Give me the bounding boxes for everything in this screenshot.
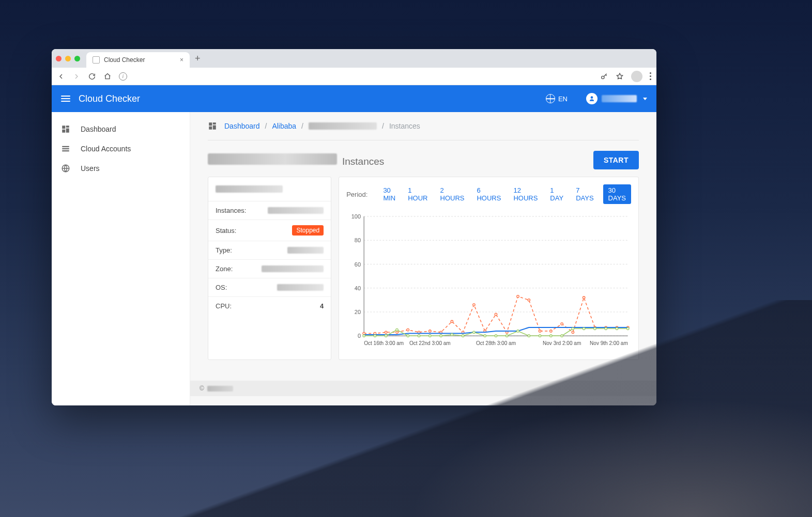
reload-icon[interactable] xyxy=(88,72,96,81)
svg-point-90 xyxy=(473,331,475,333)
breadcrumb-link-alibaba[interactable]: Alibaba xyxy=(272,122,296,130)
title-bar: Instances START xyxy=(208,151,639,169)
new-tab-button[interactable]: + xyxy=(195,53,201,64)
svg-rect-10 xyxy=(213,122,216,124)
tab-close-icon[interactable]: × xyxy=(180,56,183,64)
svg-point-86 xyxy=(429,335,431,337)
svg-text:Oct 22nd 3:00 am: Oct 22nd 3:00 am xyxy=(409,340,451,346)
minimize-window-icon[interactable] xyxy=(65,56,71,61)
sidebar-item-dashboard[interactable]: Dashboard xyxy=(52,119,190,139)
period-option-30min[interactable]: 30 MIN xyxy=(380,184,399,204)
language-selector[interactable]: EN xyxy=(546,94,568,103)
hamburger-icon[interactable] xyxy=(61,96,70,102)
svg-point-94 xyxy=(517,330,519,332)
info-value-redacted xyxy=(268,207,324,214)
svg-point-85 xyxy=(418,335,420,337)
language-label: EN xyxy=(558,95,568,103)
copyright-symbol: © xyxy=(200,385,204,392)
user-menu[interactable] xyxy=(586,93,647,104)
svg-rect-11 xyxy=(213,126,216,130)
info-label: Status: xyxy=(216,227,236,234)
sidebar-item-cloud-accounts[interactable]: Cloud Accounts xyxy=(52,139,190,159)
period-option-2hours[interactable]: 2 HOURS xyxy=(437,184,468,204)
sidebar-item-users[interactable]: Users xyxy=(52,159,190,178)
profile-avatar-icon[interactable] xyxy=(631,71,642,82)
info-card-header xyxy=(208,177,331,201)
browser-menu-icon[interactable] xyxy=(650,72,651,80)
period-option-7days[interactable]: 7 DAYS xyxy=(573,184,596,204)
svg-text:Nov 9th 2:00 am: Nov 9th 2:00 am xyxy=(590,340,628,346)
period-selector: Period: 30 MIN 1 HOUR 2 HOURS 6 HOURS 12… xyxy=(346,184,631,204)
user-icon xyxy=(586,93,597,104)
svg-point-40 xyxy=(473,304,475,306)
svg-point-49 xyxy=(572,331,574,333)
tab-title: Cloud Checker xyxy=(104,56,145,64)
chart-card: Period: 30 MIN 1 HOUR 2 HOURS 6 HOURS 12… xyxy=(339,177,639,360)
svg-point-45 xyxy=(528,299,530,301)
user-name-redacted xyxy=(602,95,637,102)
svg-point-98 xyxy=(561,335,563,337)
period-option-12hours[interactable]: 12 HOURS xyxy=(510,184,541,204)
usage-chart: 020406080100Oct 16th 3:00 amOct 22nd 3:0… xyxy=(346,212,631,349)
users-icon xyxy=(61,164,70,173)
svg-point-99 xyxy=(572,327,574,330)
breadcrumb-current: Instances xyxy=(389,122,420,130)
svg-point-42 xyxy=(495,313,497,315)
forward-icon[interactable] xyxy=(72,72,81,81)
svg-point-92 xyxy=(495,335,497,337)
home-icon[interactable] xyxy=(103,72,112,81)
period-option-6hours[interactable]: 6 HOURS xyxy=(473,184,504,204)
info-label: OS: xyxy=(216,284,227,291)
app-header: Cloud Checker EN xyxy=(52,85,656,112)
svg-point-89 xyxy=(462,335,464,337)
breadcrumb: Dashboard / Alibaba / / Instances xyxy=(208,121,639,140)
info-label: Instances: xyxy=(216,207,246,214)
footer-redacted xyxy=(207,386,233,391)
breadcrumb-link-dashboard[interactable]: Dashboard xyxy=(224,122,260,130)
info-value-redacted xyxy=(277,284,324,291)
svg-point-48 xyxy=(561,323,563,325)
key-icon[interactable] xyxy=(600,72,608,81)
info-row-cpu: CPU: 4 xyxy=(208,297,331,359)
site-info-icon[interactable]: i xyxy=(119,72,127,81)
period-option-30days[interactable]: 30 DAYS xyxy=(603,184,631,204)
breadcrumb-sep: / xyxy=(382,122,384,130)
svg-point-44 xyxy=(517,295,519,297)
window-controls[interactable] xyxy=(56,56,80,61)
period-option-1hour[interactable]: 1 HOUR xyxy=(405,184,431,204)
maximize-window-icon[interactable] xyxy=(74,56,80,61)
svg-point-0 xyxy=(602,76,604,79)
svg-point-36 xyxy=(429,330,431,332)
svg-text:60: 60 xyxy=(355,261,361,268)
close-window-icon[interactable] xyxy=(56,56,62,61)
svg-text:0: 0 xyxy=(358,333,361,339)
period-option-1day[interactable]: 1 DAY xyxy=(547,184,566,204)
info-row-os: OS: xyxy=(208,278,331,297)
svg-rect-9 xyxy=(209,122,212,126)
start-button[interactable]: START xyxy=(593,151,639,169)
globe-icon xyxy=(546,94,555,103)
info-value-redacted xyxy=(262,265,324,272)
svg-point-100 xyxy=(583,327,585,330)
svg-rect-6 xyxy=(62,148,69,149)
svg-text:20: 20 xyxy=(355,309,361,315)
page-title-redacted xyxy=(208,153,337,165)
svg-rect-3 xyxy=(66,129,69,133)
svg-text:Oct 28th 3:00 am: Oct 28th 3:00 am xyxy=(476,340,516,346)
star-icon[interactable] xyxy=(616,72,624,81)
app-title: Cloud Checker xyxy=(79,93,140,104)
svg-point-88 xyxy=(451,334,453,336)
svg-point-93 xyxy=(506,335,508,337)
back-icon[interactable] xyxy=(57,72,65,81)
svg-point-83 xyxy=(396,328,398,331)
breadcrumb-redacted[interactable] xyxy=(309,122,377,130)
browser-window: Cloud Checker × + i Cloud Checker EN xyxy=(52,49,656,405)
svg-point-46 xyxy=(539,330,541,332)
svg-point-91 xyxy=(484,335,486,337)
period-label: Period: xyxy=(346,191,367,198)
svg-point-33 xyxy=(396,331,398,333)
svg-point-104 xyxy=(627,327,629,330)
svg-point-95 xyxy=(528,335,530,337)
svg-point-80 xyxy=(363,335,365,337)
browser-tab[interactable]: Cloud Checker × xyxy=(86,52,190,68)
